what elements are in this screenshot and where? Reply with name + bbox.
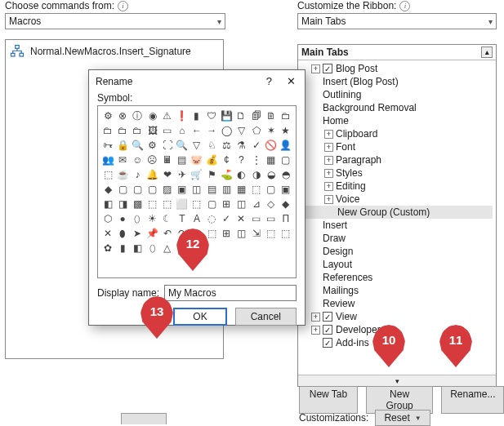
symbol-cell[interactable]: ▮	[190, 109, 203, 122]
checkbox-icon[interactable]	[323, 338, 332, 348]
tree-item[interactable]: Background Removal	[301, 101, 493, 114]
symbol-cell[interactable]: ⊗	[116, 109, 129, 122]
symbol-cell[interactable]: 🗎	[265, 109, 278, 122]
info-icon[interactable]: i	[399, 1, 410, 11]
scroll-down-icon[interactable]: ▾	[298, 375, 496, 386]
symbol-cell[interactable]: ▨	[161, 183, 174, 196]
tree-item[interactable]: New Group (Custom)	[301, 206, 493, 219]
symbol-cell[interactable]: ⇲	[250, 227, 263, 240]
ok-button[interactable]: OK	[173, 308, 226, 326]
symbol-cell[interactable]: ✓	[220, 212, 233, 225]
symbol-cell[interactable]: ⚙	[145, 139, 158, 152]
symbol-cell[interactable]: ✈	[176, 168, 189, 181]
symbol-cell[interactable]: 💰	[205, 153, 218, 166]
symbol-cell[interactable]: A	[190, 212, 203, 225]
tree-item[interactable]: +View	[301, 310, 493, 323]
symbol-cell[interactable]: ◧	[131, 242, 144, 255]
symbol-cell[interactable]: ◌	[190, 227, 203, 240]
symbol-cell[interactable]: ▢	[145, 183, 158, 196]
symbol-cell[interactable]: ●	[116, 212, 129, 225]
scroll-up-icon[interactable]: ▴	[481, 47, 493, 58]
tree-item[interactable]: +Blog Post	[301, 62, 493, 75]
tree-item[interactable]: Home	[301, 114, 493, 127]
symbol-cell[interactable]: ▢	[265, 183, 278, 196]
symbol-cell[interactable]: ⚙	[101, 109, 114, 122]
symbol-cell[interactable]: ⬚	[250, 183, 263, 196]
symbol-cell[interactable]: 🖼	[145, 124, 158, 137]
symbol-cell[interactable]: 👤	[279, 139, 292, 152]
symbol-cell[interactable]: ✶	[265, 124, 278, 137]
symbol-cell[interactable]: ↶	[161, 227, 174, 240]
symbol-cell[interactable]: ◉	[145, 109, 158, 122]
symbol-cell[interactable]: ♘	[205, 139, 218, 152]
symbol-cell[interactable]: △	[161, 242, 174, 255]
symbol-cell[interactable]: ◒	[265, 168, 278, 181]
list-item[interactable]: Normal.NewMacros.Insert_Signature	[9, 43, 220, 60]
tree-item[interactable]: +Voice	[301, 193, 493, 206]
tree-item[interactable]: +Font	[301, 140, 493, 153]
expand-icon[interactable]: +	[311, 326, 320, 335]
symbol-cell[interactable]: ⊞	[220, 197, 233, 211]
tree-item[interactable]: +Developer	[301, 323, 493, 336]
symbol-cell[interactable]: ▢	[131, 183, 144, 196]
expand-icon[interactable]: +	[324, 182, 333, 191]
symbol-cell[interactable]: ▭	[161, 124, 174, 137]
checkbox-icon[interactable]	[323, 312, 332, 322]
symbol-cell[interactable]: ❗	[176, 109, 189, 122]
symbol-cell[interactable]: ▭	[265, 212, 278, 225]
symbol-cell[interactable]: ◐	[234, 168, 248, 181]
symbol-cell[interactable]: ⚖	[220, 139, 233, 152]
checkbox-icon[interactable]	[323, 64, 332, 73]
symbol-cell[interactable]: 🔍	[131, 139, 144, 152]
expand-icon[interactable]: +	[311, 313, 320, 322]
symbol-cell[interactable]: ♪	[131, 168, 144, 181]
symbol-cell[interactable]: 🗀	[116, 124, 129, 137]
symbol-cell[interactable]: ✓	[250, 139, 263, 152]
symbol-cell[interactable]: 🗀	[279, 109, 292, 122]
expand-icon[interactable]: +	[311, 64, 320, 73]
tree-item[interactable]: Insert	[301, 219, 493, 232]
symbol-cell[interactable]: 🛒	[190, 168, 203, 181]
symbol-cell[interactable]: ▥	[220, 183, 233, 196]
tree-item[interactable]: Mailings	[301, 284, 493, 297]
symbol-cell[interactable]: ⬡	[101, 212, 114, 225]
symbol-cell[interactable]: ☀	[145, 212, 158, 225]
tree-item[interactable]: Outlining	[301, 88, 493, 101]
tree-item[interactable]: +Styles	[301, 166, 493, 180]
symbol-cell[interactable]: 👥	[101, 153, 114, 166]
tree-item[interactable]: Draw	[301, 232, 493, 245]
symbol-cell[interactable]: ◆	[101, 183, 114, 196]
info-icon[interactable]: i	[118, 1, 128, 11]
cancel-button[interactable]: Cancel	[235, 308, 297, 326]
symbol-cell[interactable]: ⬚	[205, 227, 218, 240]
symbol-cell[interactable]: ⬚	[161, 197, 174, 211]
tree-item[interactable]: +Paragraph	[301, 153, 493, 166]
symbol-cell[interactable]: ⛳	[220, 168, 233, 181]
symbol-cell[interactable]: ✕	[101, 227, 114, 240]
symbol-cell[interactable]: ⬚	[145, 197, 158, 211]
symbol-cell[interactable]: ☺	[131, 153, 144, 166]
symbol-cell[interactable]: ☕	[116, 168, 129, 181]
checkbox-icon[interactable]	[323, 325, 332, 335]
symbol-cell[interactable]: ◑	[250, 168, 263, 181]
expand-icon[interactable]: +	[324, 156, 333, 165]
symbol-cell[interactable]: ↷	[176, 227, 189, 240]
symbol-cell[interactable]: 🛡	[205, 109, 218, 122]
symbol-cell[interactable]: 🗀	[101, 124, 114, 137]
symbol-cell[interactable]: 💾	[220, 109, 233, 122]
display-name-input[interactable]	[164, 285, 297, 301]
symbol-cell[interactable]: ◫	[190, 183, 203, 196]
ribbon-tree[interactable]: Main Tabs ▴ +Blog PostInsert (Blog Post)…	[297, 44, 497, 387]
help-icon[interactable]: ?	[266, 75, 272, 87]
symbol-cell[interactable]: ¢	[220, 153, 233, 166]
symbol-cell[interactable]: ⚑	[205, 168, 218, 181]
tree-item[interactable]: Add-ins	[301, 336, 493, 349]
symbol-cell[interactable]: ⬚	[265, 227, 278, 240]
symbol-cell[interactable]: ⊞	[220, 227, 233, 240]
symbol-cell[interactable]: ▢	[116, 183, 129, 196]
symbol-cell[interactable]: ▮	[116, 242, 129, 255]
symbol-cell[interactable]: ★	[279, 124, 292, 137]
symbol-cell[interactable]: 🖩	[161, 153, 174, 166]
symbol-cell[interactable]: ➤	[131, 227, 144, 240]
symbol-cell[interactable]: ☹	[145, 153, 158, 166]
